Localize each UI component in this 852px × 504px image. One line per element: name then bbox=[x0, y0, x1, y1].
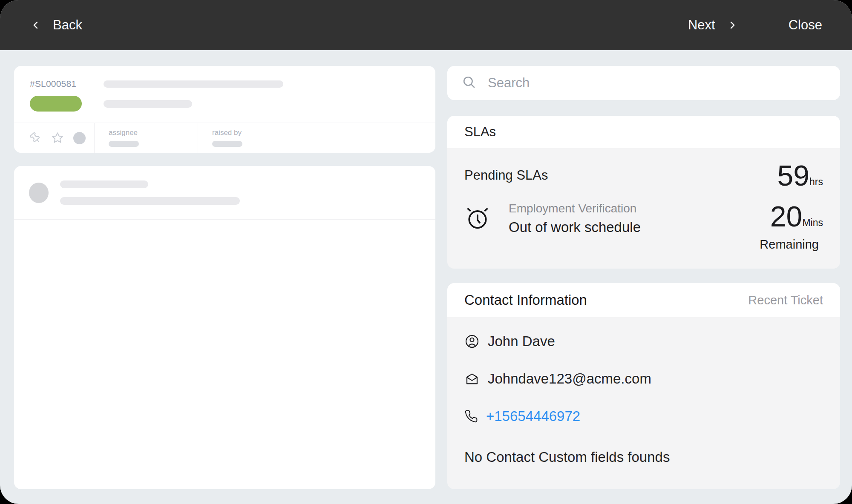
assignee-cell: assignee bbox=[95, 123, 198, 153]
close-button[interactable]: Close bbox=[789, 17, 822, 33]
skeleton-line bbox=[212, 141, 242, 147]
main-content: #SL000581 bbox=[0, 50, 852, 504]
skeleton-line bbox=[60, 180, 148, 188]
contact-name-row: John Dave bbox=[464, 333, 823, 349]
contact-card: Contact Information Recent Ticket John D… bbox=[447, 283, 840, 489]
close-label: Close bbox=[789, 17, 822, 33]
sla-name: Employment Verification bbox=[509, 202, 641, 215]
slas-header: SLAs bbox=[447, 116, 840, 148]
alarm-clock-icon bbox=[464, 205, 491, 252]
contact-title: Contact Information bbox=[464, 292, 587, 308]
contact-email-row: Johndave123@acme.com bbox=[464, 371, 823, 387]
contact-name: John Dave bbox=[488, 333, 555, 349]
phone-icon bbox=[464, 410, 478, 423]
remaining-mins-unit: Mins bbox=[802, 217, 823, 231]
top-navigation-bar: Back Next Close bbox=[0, 0, 852, 50]
assignee-label: assignee bbox=[109, 129, 198, 137]
raised-by-cell: raised by bbox=[198, 123, 435, 153]
search-box bbox=[447, 66, 840, 100]
next-label: Next bbox=[688, 17, 715, 33]
ticket-summary-top: #SL000581 bbox=[14, 66, 435, 123]
remaining-label: Remaining bbox=[760, 238, 819, 252]
sla-item: Employment Verification Out of work sche… bbox=[464, 202, 823, 252]
priority-dot bbox=[73, 132, 86, 144]
back-label: Back bbox=[53, 17, 82, 33]
pending-hours-value: 59 bbox=[777, 161, 809, 190]
skeleton-line bbox=[109, 141, 139, 147]
avatar bbox=[29, 183, 49, 203]
user-icon bbox=[464, 334, 480, 349]
ticket-detail-window: Back Next Close #SL000581 bbox=[0, 0, 852, 504]
pin-icon[interactable] bbox=[29, 132, 42, 144]
slas-body: Pending SLAs 59 hrs Employment Verificat… bbox=[447, 148, 840, 269]
conversation-body bbox=[14, 220, 435, 489]
contact-phone-link[interactable]: +15654446972 bbox=[486, 408, 580, 424]
mail-icon bbox=[464, 371, 480, 387]
back-button[interactable]: Back bbox=[30, 17, 82, 33]
pending-slas-value: 59 hrs bbox=[777, 161, 823, 190]
sla-status: Out of work schedule bbox=[509, 219, 641, 235]
conversation-header bbox=[14, 166, 435, 220]
recent-ticket-link[interactable]: Recent Ticket bbox=[748, 293, 823, 307]
contact-email: Johndave123@acme.com bbox=[488, 371, 651, 387]
details-column: SLAs Pending SLAs 59 hrs bbox=[447, 66, 840, 489]
skeleton-line bbox=[60, 197, 240, 205]
star-icon[interactable] bbox=[51, 131, 64, 145]
ticket-column: #SL000581 bbox=[14, 66, 435, 489]
chevron-right-icon bbox=[726, 19, 738, 31]
search-input[interactable] bbox=[488, 75, 826, 91]
chevron-left-icon bbox=[30, 19, 42, 31]
remaining-mins-value: 20 bbox=[770, 202, 803, 231]
status-badge bbox=[30, 96, 82, 112]
contact-body: John Dave Johndave123@acme.com +15654446… bbox=[447, 317, 840, 489]
contact-header: Contact Information Recent Ticket bbox=[447, 283, 840, 317]
no-custom-fields-message: No Contact Custom fields founds bbox=[464, 449, 823, 465]
conversation-card bbox=[14, 166, 435, 489]
raised-by-label: raised by bbox=[212, 129, 435, 137]
ticket-action-icons bbox=[14, 123, 95, 153]
slas-title: SLAs bbox=[464, 124, 496, 140]
pending-hours-unit: hrs bbox=[809, 176, 823, 190]
sla-remaining-value: 20 Mins bbox=[770, 202, 823, 231]
slas-card: SLAs Pending SLAs 59 hrs bbox=[447, 116, 840, 269]
next-button[interactable]: Next bbox=[688, 17, 738, 33]
contact-phone-row: +15654446972 bbox=[464, 408, 823, 424]
pending-slas-label: Pending SLAs bbox=[464, 168, 548, 190]
ticket-actions-row: assignee raised by bbox=[14, 123, 435, 153]
ticket-id: #SL000581 bbox=[30, 79, 104, 89]
skeleton-line bbox=[104, 80, 283, 88]
skeleton-line bbox=[104, 100, 192, 108]
search-icon bbox=[462, 75, 476, 91]
ticket-summary-card: #SL000581 bbox=[14, 66, 435, 153]
